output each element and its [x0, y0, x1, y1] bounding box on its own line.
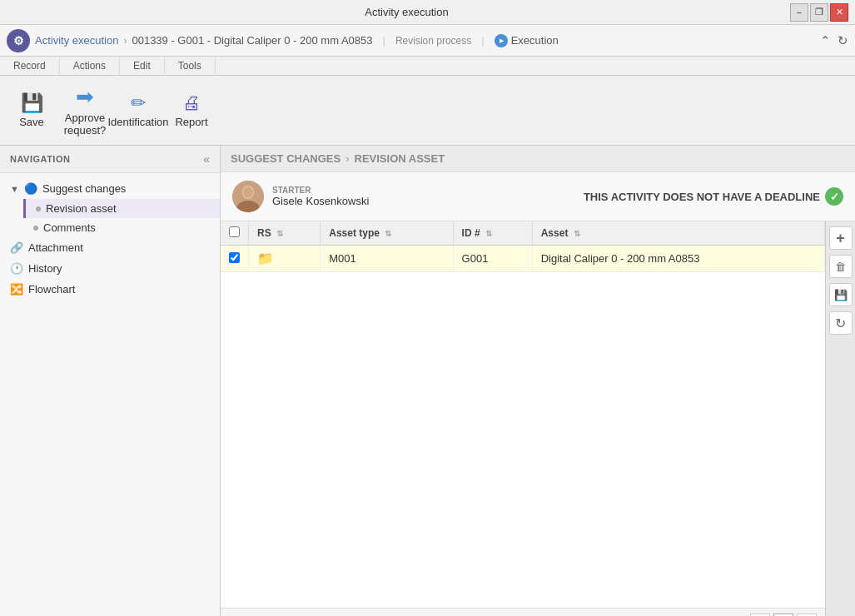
sub-dot-revision — [36, 206, 41, 211]
select-all-checkbox[interactable] — [229, 226, 240, 237]
flowchart-label: Flowchart — [28, 283, 75, 296]
table-body: 📁 M001 G001 Digital Caliper 0 - 200 mm A… — [221, 246, 825, 272]
folder-icon: 📁 — [257, 251, 274, 266]
app-header: ⚙ Activity execution › 001339 - G001 - D… — [0, 25, 855, 57]
sidebar-item-flowchart[interactable]: 🔀 Flowchart — [0, 279, 220, 300]
starter-details: STARTER Gisele Kosenkowski — [272, 186, 369, 207]
close-button[interactable]: ✕ — [830, 3, 848, 22]
col-header-rs: RS ⇅ — [249, 221, 321, 246]
header-refresh-button[interactable]: ↻ — [838, 33, 848, 48]
row-rs: 📁 — [249, 246, 321, 272]
report-button[interactable]: 🖨 Report — [167, 81, 216, 140]
row-checkbox[interactable] — [229, 252, 240, 263]
identification-button[interactable]: ✏ Identification — [113, 81, 163, 140]
sidebar-item-attachment[interactable]: 🔗 Attachment — [0, 237, 220, 258]
header-divider1: | — [382, 34, 385, 47]
avatar — [232, 181, 264, 212]
refresh-icon: ↻ — [835, 315, 846, 331]
execution-badge: Execution — [495, 34, 559, 47]
id-sort-icon: ⇅ — [485, 229, 492, 238]
deadline-icon: ✓ — [825, 187, 843, 206]
table-row[interactable]: 📁 M001 G001 Digital Caliper 0 - 200 mm A… — [221, 246, 825, 272]
execution-label: Execution — [511, 34, 559, 47]
tab-actions[interactable]: Actions — [60, 57, 120, 75]
revision-asset-label: Revision asset — [46, 202, 117, 215]
asset-sort-icon: ⇅ — [574, 229, 580, 238]
starter-label: STARTER — [272, 186, 369, 195]
breadcrumb-app-link[interactable]: Activity execution — [35, 34, 118, 47]
sidebar-item-comments[interactable]: Comments — [23, 218, 220, 237]
content-area: SUGGEST CHANGES › REVISION ASSET STARTER… — [221, 146, 855, 616]
identification-label: Identification — [108, 116, 169, 128]
report-label: Report — [175, 116, 207, 128]
sidebar-sub-nav: Revision asset Comments — [0, 199, 220, 237]
report-icon: 🖨 — [182, 92, 201, 114]
app-icon: ⚙ — [7, 29, 30, 52]
deadline-badge: THIS ACTIVITY DOES NOT HAVE A DEADLINE ✓ — [584, 187, 843, 206]
main-layout: NAVIGATION « ▼ 🔵 Suggest changes Revisio… — [0, 146, 855, 616]
starter-info: STARTER Gisele Kosenkowski — [232, 181, 369, 212]
sidebar-collapse-button[interactable]: « — [203, 152, 210, 166]
table-area: RS ⇅ Asset type ⇅ ID # ⇅ Asset ⇅ — [221, 221, 825, 616]
col-header-asset-type: Asset type ⇅ — [321, 221, 453, 246]
sidebar-item-suggest-changes[interactable]: ▼ 🔵 Suggest changes — [0, 178, 220, 199]
col-header-asset: Asset ⇅ — [532, 221, 824, 246]
identification-icon: ✏ — [131, 92, 146, 114]
content-inner: RS ⇅ Asset type ⇅ ID # ⇅ Asset ⇅ — [221, 221, 855, 616]
sidebar-item-revision-asset[interactable]: Revision asset — [23, 199, 220, 218]
starter-name: Gisele Kosenkowski — [272, 195, 369, 207]
delete-icon: 🗑 — [835, 261, 846, 273]
save-data-button[interactable]: 💾 — [829, 283, 853, 306]
avatar-image — [232, 181, 264, 212]
toolbar-tabs: Record Actions Edit Tools — [0, 57, 855, 76]
approve-request-button[interactable]: ➡ Approve request? — [60, 81, 110, 140]
table-header-row: RS ⇅ Asset type ⇅ ID # ⇅ Asset ⇅ — [221, 221, 825, 246]
asset-type-sort-icon: ⇅ — [385, 229, 391, 238]
sub-dot-comments — [33, 226, 38, 231]
add-button[interactable]: + — [829, 226, 853, 250]
save-data-icon: 💾 — [834, 289, 848, 301]
row-id: G001 — [453, 246, 532, 272]
approve-icon: ➡ — [76, 84, 94, 110]
tab-edit[interactable]: Edit — [120, 57, 165, 75]
sidebar-nav: ▼ 🔵 Suggest changes Revision asset Comme… — [0, 173, 220, 305]
attachment-icon: 🔗 — [10, 241, 23, 254]
content-breadcrumb-revision: REVISION ASSET — [355, 152, 445, 165]
attachment-label: Attachment — [28, 241, 83, 254]
expand-icon: ▼ — [10, 184, 19, 194]
flowchart-icon: 🔀 — [10, 283, 23, 296]
toolbar-actions: 💾 Save ➡ Approve request? ✏ Identificati… — [0, 76, 855, 145]
row-checkbox-cell — [221, 246, 249, 272]
starter-section: STARTER Gisele Kosenkowski THIS ACTIVITY… — [221, 172, 855, 221]
content-breadcrumb-sep: › — [345, 152, 349, 165]
approve-label: Approve request? — [64, 112, 107, 137]
delete-button[interactable]: 🗑 — [829, 255, 853, 278]
content-breadcrumb: SUGGEST CHANGES › REVISION ASSET — [221, 146, 855, 172]
comments-label: Comments — [43, 221, 96, 234]
window-title: Activity execution — [23, 6, 790, 18]
sidebar-header: NAVIGATION « — [0, 146, 220, 173]
sidebar-item-history[interactable]: 🕐 History — [0, 258, 220, 279]
history-icon: 🕐 — [10, 262, 23, 275]
save-button[interactable]: 💾 Save — [7, 81, 57, 140]
save-label: Save — [19, 116, 44, 128]
row-asset: Digital Caliper 0 - 200 mm A0853 — [532, 246, 824, 272]
table-container: RS ⇅ Asset type ⇅ ID # ⇅ Asset ⇅ — [221, 221, 825, 608]
data-table: RS ⇅ Asset type ⇅ ID # ⇅ Asset ⇅ — [221, 221, 825, 272]
rs-sort-icon: ⇅ — [276, 229, 283, 238]
tab-record[interactable]: Record — [0, 57, 60, 75]
execution-icon — [495, 34, 508, 47]
sidebar: NAVIGATION « ▼ 🔵 Suggest changes Revisio… — [0, 146, 221, 616]
header-right-controls: ⌃ ↻ — [820, 33, 848, 48]
deadline-text: THIS ACTIVITY DOES NOT HAVE A DEADLINE — [584, 191, 820, 203]
restore-button[interactable]: ❐ — [810, 3, 828, 22]
breadcrumb-record-title: 001339 - G001 - Digital Caliper 0 - 200 … — [132, 34, 372, 47]
header-up-button[interactable]: ⌃ — [820, 33, 831, 48]
title-bar: Activity execution − ❐ ✕ — [0, 0, 855, 25]
minimize-button[interactable]: − — [790, 3, 808, 22]
suggest-changes-label: Suggest changes — [42, 182, 126, 195]
table-header: RS ⇅ Asset type ⇅ ID # ⇅ Asset ⇅ — [221, 221, 825, 246]
tab-tools[interactable]: Tools — [165, 57, 216, 75]
toolbar: Record Actions Edit Tools 💾 Save ➡ Appro… — [0, 57, 855, 146]
refresh-button[interactable]: ↻ — [829, 311, 853, 335]
